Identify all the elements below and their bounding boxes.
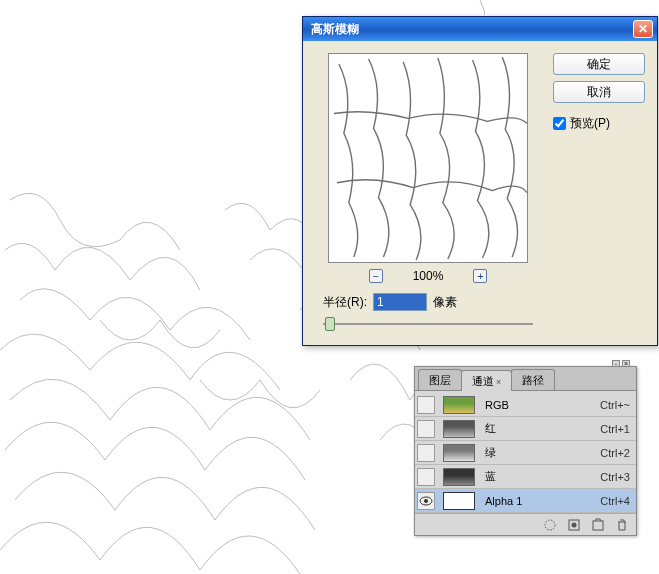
channel-thumb (443, 492, 475, 510)
svg-point-1 (424, 499, 428, 503)
delete-channel-icon[interactable] (614, 518, 630, 532)
eye-icon (419, 496, 433, 506)
channel-list: RGB Ctrl+~ 红 Ctrl+1 绿 Ctrl+2 蓝 Ctrl+3 Al (415, 391, 636, 513)
save-selection-icon[interactable] (566, 518, 582, 532)
close-icon[interactable]: ✕ (633, 20, 653, 38)
channel-row-blue[interactable]: 蓝 Ctrl+3 (415, 465, 636, 489)
panel-close-icon[interactable]: × (622, 360, 630, 366)
channel-name: Alpha 1 (479, 495, 596, 507)
channel-row-alpha1[interactable]: Alpha 1 Ctrl+4 (415, 489, 636, 513)
preview-checkbox-label: 预览(P) (570, 115, 610, 132)
slider-track (323, 323, 533, 325)
visibility-toggle[interactable] (417, 396, 435, 414)
tab-layers[interactable]: 图层 (418, 369, 462, 390)
new-channel-icon[interactable] (590, 518, 606, 532)
visibility-toggle[interactable] (417, 492, 435, 510)
cancel-button[interactable]: 取消 (553, 81, 645, 103)
dialog-title: 高斯模糊 (311, 21, 633, 38)
ok-button[interactable]: 确定 (553, 53, 645, 75)
channel-thumb (443, 468, 475, 486)
channel-name: 红 (479, 421, 596, 436)
visibility-toggle[interactable] (417, 444, 435, 462)
panel-minimize-icon[interactable]: - (612, 360, 620, 366)
slider-thumb[interactable] (325, 317, 335, 331)
gaussian-blur-dialog: 高斯模糊 ✕ − (302, 16, 658, 346)
svg-point-2 (545, 520, 555, 530)
preview-checkbox[interactable] (553, 117, 566, 130)
radius-label: 半径(R): (323, 294, 367, 311)
channel-row-rgb[interactable]: RGB Ctrl+~ (415, 393, 636, 417)
visibility-toggle[interactable] (417, 468, 435, 486)
panel-footer (415, 513, 636, 535)
zoom-percent: 100% (413, 269, 444, 283)
channel-name: 蓝 (479, 469, 596, 484)
tab-channels[interactable]: 通道× (461, 370, 512, 391)
svg-point-4 (572, 522, 577, 527)
panel-tabs: 图层 通道× 路径 (415, 367, 636, 391)
channel-shortcut: Ctrl+2 (600, 447, 630, 459)
preview-checkbox-row[interactable]: 预览(P) (553, 115, 645, 132)
dialog-titlebar[interactable]: 高斯模糊 ✕ (303, 17, 657, 41)
radius-input[interactable] (373, 293, 427, 311)
channel-thumb (443, 444, 475, 462)
channel-shortcut: Ctrl+1 (600, 423, 630, 435)
visibility-toggle[interactable] (417, 420, 435, 438)
radius-unit: 像素 (433, 294, 457, 311)
radius-slider[interactable] (323, 315, 533, 333)
channels-panel: - × 图层 通道× 路径 RGB Ctrl+~ 红 Ctrl+1 绿 Ctrl… (414, 366, 637, 536)
channel-row-red[interactable]: 红 Ctrl+1 (415, 417, 636, 441)
channel-shortcut: Ctrl+~ (600, 399, 630, 411)
channel-shortcut: Ctrl+4 (600, 495, 630, 507)
zoom-in-button[interactable]: + (473, 269, 487, 283)
channel-thumb (443, 396, 475, 414)
channel-shortcut: Ctrl+3 (600, 471, 630, 483)
load-selection-icon[interactable] (542, 518, 558, 532)
filter-preview[interactable] (328, 53, 528, 263)
channel-row-green[interactable]: 绿 Ctrl+2 (415, 441, 636, 465)
svg-rect-5 (593, 521, 603, 530)
tab-paths[interactable]: 路径 (511, 369, 555, 390)
zoom-out-button[interactable]: − (369, 269, 383, 283)
channel-name: RGB (479, 399, 596, 411)
channel-name: 绿 (479, 445, 596, 460)
channel-thumb (443, 420, 475, 438)
